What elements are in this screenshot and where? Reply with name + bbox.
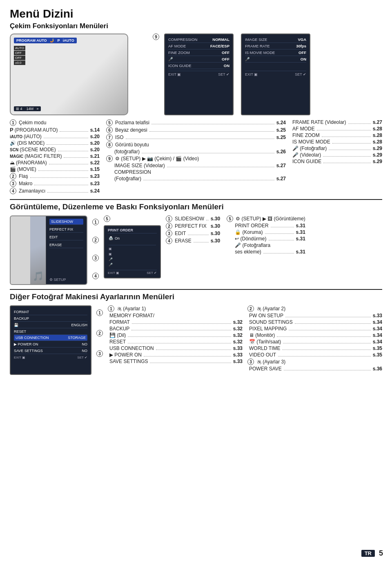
num-badge: 5	[227, 215, 233, 222]
page-ref: s.29	[373, 152, 382, 158]
list-item: FORMAT s.32	[108, 319, 243, 325]
dot-separator	[128, 336, 231, 337]
settings-set: SET ✔	[77, 356, 87, 359]
menu-row: FINE ZOOM OFF	[168, 49, 229, 56]
item-label: BACKUP	[109, 326, 129, 332]
num-badge: 8	[106, 141, 113, 148]
menu-set: SET ✔	[295, 72, 306, 76]
page-ref: s.33	[233, 345, 243, 351]
settings-value: NO	[82, 349, 88, 353]
item-label: Zamanlayıcı	[19, 188, 45, 194]
item-label: (fotoğraflar)	[114, 149, 140, 155]
list-item: COMPRESSION	[106, 169, 286, 175]
menu-item-setup: ⚙ SETUP	[49, 278, 83, 282]
spacer-row	[245, 63, 306, 69]
num-badge: 1	[108, 305, 114, 312]
list-item: SCN (SCENE MODE) s.20	[10, 147, 100, 152]
settings-row-savesettings: SAVE SETTINGS NO	[14, 348, 87, 354]
item-label: 🎤 (Fotoğraflara	[235, 242, 270, 248]
num-badge: 1	[166, 215, 172, 222]
item-label: PRINT ORDER	[235, 223, 268, 229]
item-label: IS MOVIE MODE	[292, 139, 330, 145]
settings-value: STORAGE	[68, 336, 86, 340]
settings-label: BACKUP	[14, 316, 29, 321]
print-placeholder4: 🎤	[109, 263, 156, 267]
num-badge: 6	[106, 127, 113, 133]
page-ref: s.33	[233, 359, 243, 364]
dot-separator	[265, 233, 294, 234]
page-ref: s.25	[276, 135, 286, 140]
settings-label: ▶ POWER ON	[14, 342, 38, 346]
item-label: (PANORAMA)	[16, 160, 47, 166]
section1-title: Çekim Fonksiyonları Menüleri	[10, 22, 382, 30]
menu-value: OFF	[222, 57, 229, 61]
list-item: ICON GUIDE s.29	[292, 159, 382, 164]
item-icon: P	[10, 127, 13, 133]
list-item: 8 Görüntü boyutu	[106, 141, 286, 148]
page-ref: s.28	[373, 139, 382, 145]
list-item: 2 Flaş s.23	[10, 173, 100, 179]
page-ref: s.20	[90, 140, 100, 146]
menu-label: FRAME RATE	[245, 44, 270, 48]
menu-label: IS MOVIE MODE	[245, 50, 275, 55]
page-ref: s.34	[373, 339, 382, 345]
s3-col2-text: 2 𝒴₂ (Ayarlar 2) PW ON SETUP s.33 SOUND …	[247, 305, 382, 375]
page-ref: s.32	[233, 326, 243, 332]
list-item: 2 PERFECT FIX s.30	[166, 223, 220, 229]
language-badge: TR	[361, 550, 375, 557]
num-badge: 1	[10, 119, 16, 126]
dot-separator	[188, 235, 208, 235]
num-badge: 4	[166, 238, 172, 244]
list-item: 🎤 (Fotoğraflar) s.29	[292, 146, 382, 151]
settings-mockup: FORMAT BACKUP 💾 ENGLISH RESET USB CONNEC…	[10, 305, 91, 375]
list-item: 3 𝒴₃ (Ayarlar 3)	[247, 359, 382, 365]
dot-separator	[206, 220, 209, 220]
section1-right-col: FRAME RATE (Videolar) s.27 AF MODE s.28 …	[292, 119, 382, 195]
dot-separator	[49, 164, 88, 164]
dot-separator	[194, 242, 209, 242]
item-label: POWER SAVE	[249, 366, 282, 372]
page-ref: s.21	[90, 153, 100, 159]
settings-value: NO	[82, 342, 88, 346]
page-ref: s.31	[296, 249, 305, 255]
item-label: EDIT	[175, 231, 186, 236]
settings-value: ENGLISH	[71, 323, 87, 327]
s2-text-area: 1 SLIDESHOW s.30 2 PERFECT FIX s.30 3 ED…	[166, 215, 382, 285]
settings-label: 💾	[14, 323, 18, 327]
dot-separator	[151, 124, 274, 124]
page-ref: s.24	[90, 188, 100, 194]
section3-area: FORMAT BACKUP 💾 ENGLISH RESET USB CONNEC…	[10, 305, 382, 375]
list-item: (Fotoğraflar) s.27	[106, 176, 286, 182]
list-item: P (PROGRAM AUTO) s.14	[10, 127, 100, 133]
list-item: IMAGE SIZE (Videolar) s.27	[106, 163, 286, 168]
list-item: 🎤 (Fotoğraflara	[227, 242, 305, 248]
print-set: SET ✔	[147, 271, 157, 275]
dot-separator	[143, 180, 274, 180]
settings-exit: EXIT ▣	[14, 356, 25, 359]
s2-left-text: 1 SLIDESHOW s.30 2 PERFECT FIX s.30 3 ED…	[166, 215, 220, 285]
settings-row-lang: 💾 ENGLISH	[14, 322, 87, 328]
dot-separator	[34, 185, 88, 185]
page-ref: s.15	[90, 166, 100, 172]
item-label: FRAME RATE (Videolar)	[292, 119, 346, 125]
print-placeholder2: ▣	[109, 252, 156, 256]
item-icon: 🔊	[10, 140, 16, 146]
page-ref: s.22	[90, 160, 100, 166]
dot-separator	[60, 131, 88, 132]
page-ref: s.27	[276, 176, 286, 182]
menu-label: COMPRESSION	[168, 37, 197, 42]
list-item: 4 Zamanlayıcı s.24	[10, 188, 100, 194]
list-item: 🎤 (Videolar) s.29	[292, 152, 382, 158]
list-item: 1 𝒴₁ (Ayarlar 1)	[108, 305, 243, 312]
page-ref: s.33	[373, 313, 382, 318]
list-item: (fotoğraflar) s.26	[106, 149, 286, 155]
print-row: 🖨️ On	[109, 236, 156, 240]
item-label: ⚙ (SETUP) ▶ 📷 (Çekim) / 🎬 (Video)	[115, 156, 199, 161]
menu-row: IMAGE SIZE VGA	[245, 36, 306, 43]
section1-left-col: 1 Çekim modu P (PROGRAM AUTO) s.14 iAUTO…	[10, 119, 100, 195]
item-icon: MAGIC	[10, 154, 23, 159]
num-badge: 3	[166, 230, 172, 237]
dot-separator	[282, 350, 370, 350]
dot-separator	[348, 123, 371, 124]
item-label: SOUND SETTINGS	[249, 319, 293, 325]
